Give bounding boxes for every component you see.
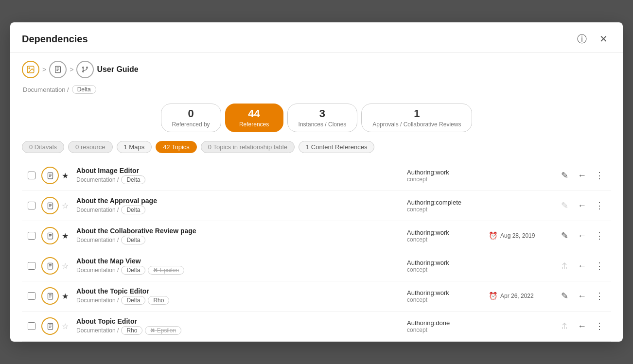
status-name: Authoring:work [407,169,483,176]
path-prefix: Documentation / [76,267,119,274]
stat-tabs: 0 Referenced by 44 References 3 Instance… [22,104,611,132]
chip-topics-rel[interactable]: 0 Topics in relationship table [201,141,295,153]
path-prefix: Documentation / [76,297,119,304]
close-icon: ✕ [599,33,608,45]
more-button[interactable]: ⋮ [592,288,607,304]
row-checkbox[interactable] [28,232,35,240]
status-name: Authoring:work [407,289,483,296]
star-icon[interactable]: ☆ [62,201,73,210]
status-name: Authoring:done [407,319,483,327]
dep-info: About the Collaborative Review page Docu… [76,227,401,244]
path-prefix: Documentation / [76,207,119,213]
svg-point-8 [87,67,88,69]
row-checkbox[interactable] [28,292,35,300]
stat-tab-instances[interactable]: 3 Instances / Clones [287,104,358,132]
chip-maps[interactable]: 1 Maps [117,141,152,153]
more-button[interactable]: ⋮ [592,258,607,274]
chip-ditavals[interactable]: 0 Ditavals [22,141,64,153]
dep-date: ⏰ Aug 28, 2019 [489,231,557,240]
row-checkbox-container [22,292,41,300]
help-icon: ⓘ [577,33,587,46]
row-checkbox[interactable] [28,322,35,330]
dep-table: ★ About Image Editor Documentation / Del… [22,161,611,342]
dep-path: Documentation / Delta [76,175,401,184]
edit-button[interactable]: ✎ [557,168,572,183]
more-button[interactable]: ⋮ [592,168,607,183]
dep-status: Authoring:work concept [401,229,489,243]
more-button[interactable]: ⋮ [592,228,607,243]
path-prefix: Documentation / [76,327,119,334]
revert-button[interactable]: ← [574,258,590,274]
status-type: concept [407,206,483,213]
dependencies-modal: Dependencies ⓘ ✕ [10,22,623,341]
breadcrumb-doc-icon[interactable] [49,61,67,78]
edit-button[interactable]: ✎ [557,198,572,213]
alarm-icon: ⏰ [489,231,498,240]
dep-name: About Image Editor [76,167,401,174]
dep-actions: ✎ ← ⋮ [557,288,611,304]
breadcrumb-label: User Guide [97,65,138,74]
doc-type-icon [41,287,59,305]
chip-resource[interactable]: 0 resource [68,141,112,153]
row-checkbox[interactable] [28,172,35,179]
revert-button[interactable]: ← [574,318,590,334]
edit-button[interactable]: ✎ [557,228,572,243]
status-type: concept [407,176,483,183]
status-type: concept [407,296,483,303]
star-icon[interactable]: ★ [62,231,73,241]
row-checkbox-container [22,322,41,330]
revert-button[interactable]: ← [574,168,590,183]
close-button[interactable]: ✕ [596,31,611,47]
breadcrumb-sep-2: > [70,66,73,73]
stat-tab-references[interactable]: 44 References [225,104,283,132]
dep-date: ⏰ Apr 26, 2022 [489,292,557,300]
revert-button[interactable]: ← [574,288,590,304]
dep-path: Documentation / Delta [76,236,401,244]
dep-path: Documentation / Delta ✖ Epsilon [76,266,401,275]
dep-info: About the Map View Documentation / Delta… [76,257,401,275]
path-prefix: Documentation / [76,237,119,243]
date-text: Apr 26, 2022 [500,293,534,299]
tag-rho: Rho [148,296,169,305]
breadcrumb-image-icon[interactable] [22,61,39,78]
revert-button[interactable]: ← [574,198,590,213]
star-icon[interactable]: ☆ [62,261,73,271]
star-icon[interactable]: ★ [62,292,73,301]
stat-tab-referenced-by[interactable]: 0 Referenced by [161,104,221,132]
dep-info: About Image Editor Documentation / Delta [76,167,401,184]
row-checkbox[interactable] [28,202,35,209]
alarm-icon: ⏰ [489,292,498,300]
dep-actions: ✎ ← ⋮ [557,228,611,243]
dep-info: About the Topic Editor Documentation / D… [76,287,401,305]
dep-status: Authoring:work concept [401,289,489,303]
breadcrumb-branch-icon[interactable] [76,61,94,78]
star-icon[interactable]: ☆ [62,322,73,331]
dep-info: About the Approval page Documentation / … [76,197,401,214]
stat-lbl-0: Referenced by [172,121,210,128]
more-button[interactable]: ⋮ [592,318,607,334]
dep-info: About Topic Editor Documentation / Rho ✖… [76,317,401,335]
chip-content-references[interactable]: 1 Content References [299,141,374,153]
doc-type-icon [41,167,59,184]
dep-name: About the Topic Editor [76,287,401,295]
dep-actions: ← ⋮ [557,258,611,274]
stat-tab-approvals[interactable]: 1 Approvals / Collaborative Reviews [361,104,472,132]
fork-button[interactable] [557,258,572,274]
doc-type-icon [41,227,59,244]
chip-topics[interactable]: 42 Topics [156,141,197,153]
more-button[interactable]: ⋮ [592,198,607,213]
dep-path: Documentation / Delta [76,206,401,214]
edit-button[interactable]: ✎ [557,288,572,304]
dep-path: Documentation / Rho ✖ Epsilon [76,326,401,335]
row-checkbox-container [22,262,41,270]
dep-status: Authoring:work concept [401,169,489,183]
revert-button[interactable]: ← [574,228,590,243]
star-icon[interactable]: ★ [62,171,73,180]
breadcrumb-sub-row: Documentation / Delta [22,85,611,94]
row-checkbox[interactable] [28,262,35,270]
help-button[interactable]: ⓘ [574,31,590,47]
tag-delta: Delta [121,296,145,305]
table-row: ★ About the Collaborative Review page Do… [22,221,611,251]
fork-button[interactable] [557,318,572,334]
stat-num-2: 3 [299,108,347,120]
